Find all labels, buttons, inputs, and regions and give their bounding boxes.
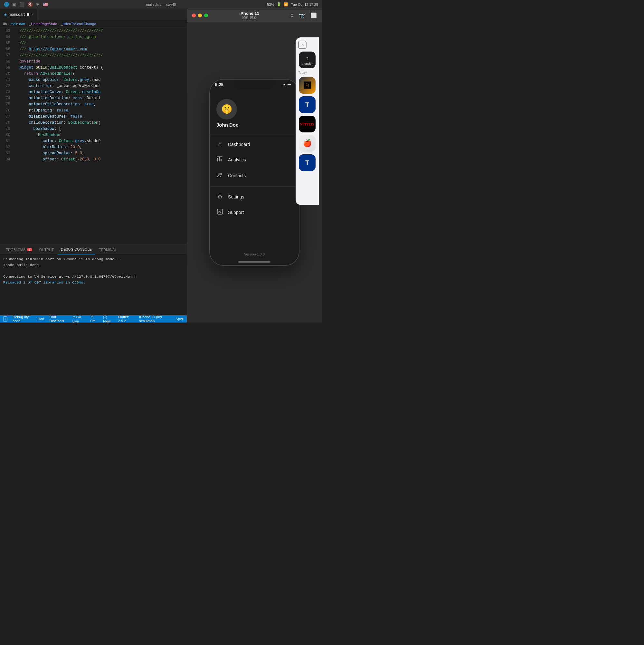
settings-label: Settings xyxy=(228,194,244,199)
nav-item-dashboard[interactable]: ⌂ Dashboard xyxy=(213,137,296,152)
version-text: Version 1.0.0 xyxy=(210,247,299,259)
app-switcher: ✕ ↑ Transfer Today 🅰 T NETFLIX xyxy=(296,37,319,205)
battery-icon: ▬ xyxy=(288,82,291,86)
contacts-icon xyxy=(216,172,224,180)
bc-lib: lib xyxy=(3,22,7,26)
rotate-icon[interactable]: ⬜ xyxy=(310,12,317,18)
battery-indicator: 53% xyxy=(267,3,274,6)
svg-rect-3 xyxy=(217,157,222,157)
device-info: iPhone 11 iOS 15.0 xyxy=(239,11,259,20)
support-label: Support xyxy=(228,210,244,215)
console-line xyxy=(3,268,184,274)
problems-badge: 2 xyxy=(27,248,32,251)
iphone-notch xyxy=(235,79,274,88)
device-os: iOS 15.0 xyxy=(243,16,256,20)
close-window-button[interactable] xyxy=(192,14,196,17)
maximize-window-button[interactable] xyxy=(204,14,208,17)
status-flutter-version: Flutter: 2.5.2 xyxy=(118,315,134,322)
modified-indicator xyxy=(27,13,29,16)
nav-item-support[interactable]: 24 Support xyxy=(213,205,296,220)
simulator-panel: iPhone 11 iOS 15.0 ⌂ 📷 ⬜ 5:25 ▲ ▬ xyxy=(187,9,322,322)
analytics-label: Analytics xyxy=(228,157,246,162)
home-indicator xyxy=(238,261,271,263)
user-section: 🤫 John Doe xyxy=(210,94,299,134)
nav-item-contacts[interactable]: Contacts xyxy=(213,168,296,184)
settings-icon: ⚙ xyxy=(216,193,224,200)
tab-problems[interactable]: PROBLEMS 2 xyxy=(3,245,35,254)
tab-output[interactable]: OUTPUT xyxy=(36,245,57,254)
contacts-label: Contacts xyxy=(228,173,246,178)
user-name: John Doe xyxy=(216,122,292,128)
nav-item-settings[interactable]: ⚙ Settings xyxy=(213,189,296,205)
breadcrumb: lib › main.dart › _HomePageState › _list… xyxy=(0,20,187,27)
simulator-titlebar: iPhone 11 iOS 15.0 ⌂ 📷 ⬜ xyxy=(187,9,322,22)
console-line: Connecting to VM Service at ws://127.0.0… xyxy=(3,274,184,280)
svg-rect-2 xyxy=(221,159,222,161)
console-line: Launching lib/main.dart on iPhone 11 in … xyxy=(3,256,184,262)
ios-time: 5:25 xyxy=(215,82,224,87)
minimize-window-button[interactable] xyxy=(198,14,202,17)
editor-panel: ◈ main.dart × lib › main.dart › _HomePag… xyxy=(0,9,187,322)
app-switcher-close[interactable]: ✕ xyxy=(298,41,307,49)
iphone-screen: 5:25 ▲ ▬ 🤫 John Doe xyxy=(210,79,299,265)
tab-close-button[interactable]: × xyxy=(31,13,33,16)
bc-method[interactable]: _listenToScrollChange xyxy=(61,22,96,26)
tab-debug-console[interactable]: DEBUG CONSOLE xyxy=(58,245,95,254)
svg-rect-1 xyxy=(219,157,220,161)
amazon-icon: 🅰 xyxy=(304,81,311,89)
editor-tab[interactable]: ◈ main.dart × xyxy=(0,9,37,20)
main-layout: ◈ main.dart × lib › main.dart › _HomePag… xyxy=(0,9,322,322)
titlebar-title: main.dart — day40 xyxy=(146,3,176,6)
code-area: 6364656667 6869707172 7374757677 7879808… xyxy=(0,27,187,244)
expand-button[interactable]: › xyxy=(3,316,7,321)
console-line: Xcode build done. xyxy=(3,262,184,268)
t-app-icon-1[interactable]: T xyxy=(299,96,316,113)
window-controls xyxy=(192,14,208,17)
wifi-icon: ▲ xyxy=(282,82,286,86)
bc-class[interactable]: _HomePageState xyxy=(29,22,57,26)
svg-text:24: 24 xyxy=(218,210,222,214)
status-dart-devtools[interactable]: Dart DevTools xyxy=(50,315,67,322)
transfer-icon: ↑ xyxy=(306,55,309,61)
t-icon-1: T xyxy=(305,101,309,109)
today-label: Today xyxy=(298,71,307,74)
divider xyxy=(210,134,299,134)
tab-filename: main.dart xyxy=(9,12,25,17)
device-name: iPhone 11 xyxy=(239,11,259,16)
tab-terminal[interactable]: TERMINAL xyxy=(96,245,120,254)
titlebar: 🌐 ▣ ⬛ 🔇 ✱ 🇺🇸 main.dart — day40 53% 🔋 📶 T… xyxy=(0,0,322,9)
t-icon-2: T xyxy=(305,159,309,167)
t-app-icon-2[interactable]: T xyxy=(299,154,316,171)
dashboard-icon: ⌂ xyxy=(216,141,224,148)
apple-app-icon[interactable]: 🍎 xyxy=(299,135,316,152)
settings-nav: ⚙ Settings 24 Support xyxy=(210,189,299,220)
code-content: //////////////////////////////////// ///… xyxy=(13,27,187,244)
status-debug: Debug my code xyxy=(13,315,32,322)
nav-divider xyxy=(210,186,299,187)
svg-point-4 xyxy=(218,173,220,175)
status-spell: Spell xyxy=(176,317,184,321)
status-flow[interactable]: ◯ Flow xyxy=(103,315,113,323)
home-icon[interactable]: ⌂ xyxy=(290,12,294,18)
ios-status-icons: ▲ ▬ xyxy=(282,82,291,86)
system-icons: 🌐 ▣ ⬛ 🔇 ✱ 🇺🇸 xyxy=(4,2,48,7)
amazon-app-icon[interactable]: 🅰 xyxy=(299,77,316,94)
netflix-icon: NETFLIX xyxy=(300,123,314,126)
bc-file[interactable]: main.dart xyxy=(11,22,25,26)
svg-point-5 xyxy=(221,173,222,175)
screenshot-icon[interactable]: 📷 xyxy=(299,12,305,18)
transfer-label: Transfer xyxy=(302,62,312,65)
nav-item-analytics[interactable]: Analytics xyxy=(213,152,296,168)
panel-tabs: PROBLEMS 2 OUTPUT DEBUG CONSOLE TERMINAL xyxy=(0,245,187,254)
transfer-button[interactable]: ↑ Transfer xyxy=(299,51,316,68)
console-reload-line: Reloaded 1 of 607 libraries in 659ms. xyxy=(3,280,184,285)
apple-icon: 🍎 xyxy=(303,139,312,148)
status-dart: Dart xyxy=(38,317,44,321)
support-icon: 24 xyxy=(216,209,224,216)
status-bar: › Debug my code Dart Dart DevTools ⊙ Go … xyxy=(0,315,187,322)
drawer-content: 🤫 John Doe ⌂ Dashboard xyxy=(210,94,299,220)
netflix-app-icon[interactable]: NETFLIX xyxy=(299,116,316,133)
status-go-live[interactable]: ⊙ Go Live xyxy=(72,315,85,323)
dart-file-icon: ◈ xyxy=(4,12,7,17)
clock: Tue Oct 12 17:25 xyxy=(291,3,318,6)
